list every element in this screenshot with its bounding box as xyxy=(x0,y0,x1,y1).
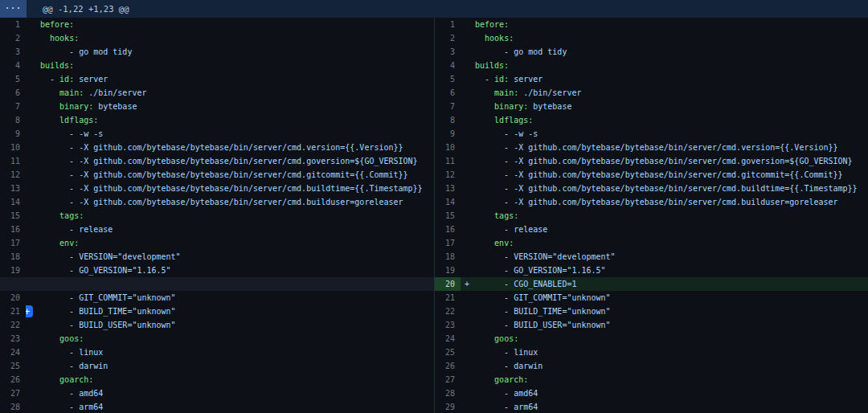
line-number[interactable]: 11 xyxy=(0,154,26,168)
diff-row-context: 1before: xyxy=(435,18,868,31)
diff-panes: 1before:2 hooks:3 - go mod tidy4builds:5… xyxy=(0,18,868,413)
line-number[interactable]: 18 xyxy=(435,250,461,264)
line-number[interactable]: 14 xyxy=(0,195,26,209)
code-line: - VERSION="development" xyxy=(461,250,868,264)
code-text: - xyxy=(475,225,514,234)
line-number[interactable]: 24 xyxy=(435,332,461,346)
line-number[interactable]: 23 xyxy=(0,332,26,346)
line-number[interactable]: 2 xyxy=(0,31,26,45)
code-text xyxy=(475,334,494,343)
line-number[interactable]: 27 xyxy=(435,373,461,386)
code-text: - xyxy=(475,321,514,329)
code-line: builds: xyxy=(461,59,868,72)
line-number[interactable]: 11 xyxy=(435,154,461,168)
line-number[interactable]: 1 xyxy=(0,18,26,31)
line-number[interactable]: 28 xyxy=(435,386,461,400)
line-number[interactable]: 1 xyxy=(435,18,461,31)
line-number[interactable]: 19 xyxy=(435,264,461,277)
line-number[interactable]: 19 xyxy=(0,264,26,277)
line-number[interactable]: 18 xyxy=(0,250,26,264)
line-number[interactable]: 6 xyxy=(0,86,26,100)
yaml-value: -w -s xyxy=(514,129,538,138)
line-number[interactable]: 20 xyxy=(0,291,26,305)
line-number[interactable]: 9 xyxy=(435,127,461,141)
line-number[interactable]: 22 xyxy=(0,318,26,332)
expand-hunk-button[interactable]: ··· xyxy=(0,0,27,18)
yaml-value: -X github.com/bytebase/bytebase/bin/serv… xyxy=(79,157,417,166)
line-number[interactable]: 8 xyxy=(0,113,26,127)
line-number[interactable]: 8 xyxy=(435,113,461,127)
line-number[interactable]: 26 xyxy=(435,359,461,373)
diff-row-context: 25 - darwin xyxy=(0,359,434,373)
line-number[interactable]: 23 xyxy=(435,318,461,332)
line-number[interactable]: 3 xyxy=(435,45,461,59)
code-text: - xyxy=(475,129,514,138)
line-number[interactable]: 10 xyxy=(0,141,26,154)
code-text xyxy=(475,88,494,97)
code-text: - xyxy=(40,47,79,56)
line-number[interactable]: 7 xyxy=(0,100,26,113)
line-number[interactable]: 15 xyxy=(435,209,461,223)
line-number[interactable]: 16 xyxy=(435,223,461,236)
line-number[interactable]: 10 xyxy=(435,141,461,154)
line-number[interactable]: 24 xyxy=(0,346,26,359)
code-text xyxy=(40,334,59,343)
line-number[interactable]: 21 xyxy=(0,305,26,318)
line-number[interactable]: 13 xyxy=(435,182,461,195)
yaml-key: id: xyxy=(494,75,509,84)
code-line: - go mod tidy xyxy=(26,45,434,59)
diff-row-context: 15 tags: xyxy=(435,209,868,223)
diff-row-context: 5 - id: server xyxy=(0,72,434,86)
line-number[interactable]: 28 xyxy=(0,400,26,413)
diff-row-context: 19 - GO_VERSION="1.16.5" xyxy=(435,264,868,277)
line-number[interactable]: 16 xyxy=(0,223,26,236)
add-comment-button[interactable]: + xyxy=(26,305,33,317)
line-number[interactable]: 25 xyxy=(0,359,26,373)
line-number[interactable]: 6 xyxy=(435,86,461,100)
line-number[interactable]: 5 xyxy=(435,72,461,86)
diff-row-context: 21 - GIT_COMMIT="unknown" xyxy=(435,291,868,305)
code-line: main: ./bin/server xyxy=(461,86,868,100)
diff-row-context: 17 env: xyxy=(0,236,434,250)
code-line: env: xyxy=(461,236,868,250)
code-line: - id: server xyxy=(461,72,868,86)
line-number[interactable]: 4 xyxy=(435,59,461,72)
line-number[interactable]: 3 xyxy=(0,45,26,59)
code-text xyxy=(40,116,59,125)
yaml-key: goos: xyxy=(494,334,518,343)
line-number[interactable]: 14 xyxy=(435,195,461,209)
line-number[interactable]: 9 xyxy=(0,127,26,141)
line-number[interactable]: 5 xyxy=(0,72,26,86)
code-line: - -w -s xyxy=(461,127,868,141)
line-number[interactable]: 20 xyxy=(435,277,461,291)
code-line: ldflags: xyxy=(461,113,868,127)
diff-row-context: 14 - -X github.com/bytebase/bytebase/bin… xyxy=(0,195,434,209)
line-number[interactable]: 4 xyxy=(0,59,26,72)
code-line: - -X github.com/bytebase/bytebase/bin/se… xyxy=(26,154,434,168)
line-number[interactable]: 7 xyxy=(435,100,461,113)
line-number[interactable]: 12 xyxy=(0,168,26,182)
line-number[interactable]: 27 xyxy=(0,386,26,400)
line-number[interactable]: 17 xyxy=(435,236,461,250)
line-number[interactable]: 2 xyxy=(435,31,461,45)
line-number[interactable]: 17 xyxy=(0,236,26,250)
line-number[interactable]: 12 xyxy=(435,168,461,182)
yaml-value: -X github.com/bytebase/bytebase/bin/serv… xyxy=(514,157,852,166)
yaml-value: server xyxy=(74,75,108,84)
code-text: - xyxy=(40,293,79,302)
line-number[interactable]: 21 xyxy=(435,291,461,305)
diff-row-context: 9 - -w -s xyxy=(435,127,868,141)
diff-row-context: 19 - GO_VERSION="1.16.5" xyxy=(0,264,434,277)
line-number[interactable]: 15 xyxy=(0,209,26,223)
line-number[interactable]: 26 xyxy=(0,373,26,386)
code-line: goarch: xyxy=(461,373,868,386)
line-number[interactable]: 13 xyxy=(0,182,26,195)
code-line: - arm64 xyxy=(26,400,434,413)
line-number[interactable]: 22 xyxy=(435,305,461,318)
diff-row-context: 10 - -X github.com/bytebase/bytebase/bin… xyxy=(0,141,434,154)
line-number[interactable]: 29 xyxy=(435,400,461,413)
code-text: - xyxy=(40,252,79,261)
code-line: - BUILD_USER="unknown" xyxy=(26,318,434,332)
line-number[interactable]: 25 xyxy=(435,346,461,359)
code-text: - xyxy=(40,307,79,316)
